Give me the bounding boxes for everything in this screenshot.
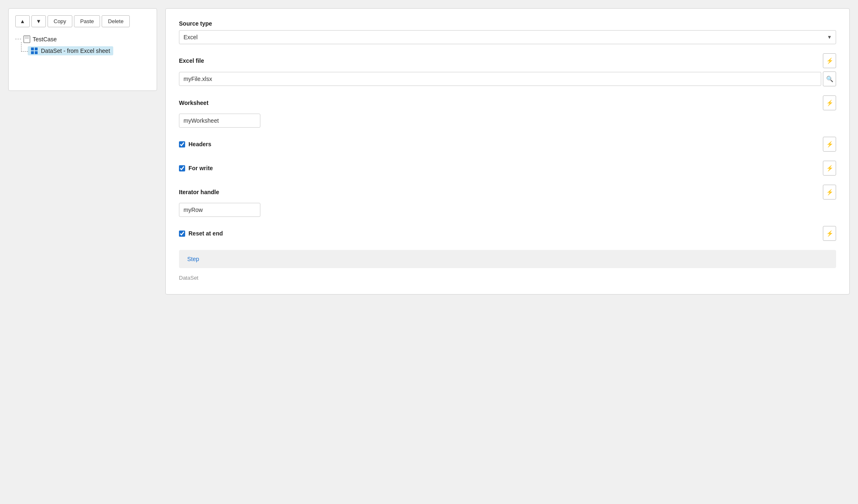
tree-root-label[interactable]: TestCase <box>33 36 57 43</box>
worksheet-group: Worksheet ⚡ <box>179 95 836 128</box>
for-write-bolt-button[interactable]: ⚡ <box>823 161 836 176</box>
for-write-text: For write <box>188 165 213 171</box>
toolbar: ▲ ▼ Copy Paste Delete <box>15 15 150 27</box>
source-type-label: Source type <box>179 20 836 27</box>
for-write-group: For write ⚡ <box>179 161 836 176</box>
iterator-handle-label: Iterator handle <box>179 189 219 195</box>
left-panel: ▲ ▼ Copy Paste Delete TestCase DataSet -… <box>8 8 157 91</box>
source-type-group: Source type Excel CSV Database JSON ▼ <box>179 20 836 44</box>
move-down-button[interactable]: ▼ <box>31 15 46 27</box>
tree-child-label: DataSet - from Excel sheet <box>41 48 110 54</box>
delete-button[interactable]: Delete <box>102 15 130 27</box>
worksheet-label: Worksheet <box>179 100 208 106</box>
copy-button[interactable]: Copy <box>48 15 72 27</box>
search-icon: 🔍 <box>826 76 833 82</box>
worksheet-bolt-button[interactable]: ⚡ <box>823 95 836 110</box>
excel-file-group: Excel file ⚡ 🔍 <box>179 53 836 86</box>
grid-icon <box>31 48 38 54</box>
tree-child-row[interactable]: DataSet - from Excel sheet <box>15 46 150 55</box>
source-type-select-wrapper: Excel CSV Database JSON ▼ <box>179 30 836 44</box>
excel-file-input[interactable] <box>179 72 821 86</box>
for-write-label[interactable]: For write <box>179 165 213 171</box>
iterator-handle-group: Iterator handle ⚡ <box>179 185 836 217</box>
for-write-checkbox[interactable] <box>179 165 185 171</box>
headers-row: Headers ⚡ <box>179 137 836 152</box>
iterator-handle-bolt-button[interactable]: ⚡ <box>823 185 836 200</box>
excel-file-bolt-button[interactable]: ⚡ <box>823 53 836 68</box>
excel-file-input-row: 🔍 <box>179 71 836 86</box>
worksheet-input[interactable] <box>179 114 260 128</box>
reset-at-end-group: Reset at end ⚡ <box>179 226 836 241</box>
excel-file-label: Excel file <box>179 57 204 64</box>
reset-at-end-text: Reset at end <box>188 230 223 237</box>
reset-at-end-bolt-button[interactable]: ⚡ <box>823 226 836 241</box>
headers-bolt-button[interactable]: ⚡ <box>823 137 836 152</box>
reset-at-end-label[interactable]: Reset at end <box>179 230 223 237</box>
step-section: Step <box>179 250 836 268</box>
headers-checkbox[interactable] <box>179 141 185 147</box>
reset-at-end-checkbox[interactable] <box>179 231 185 237</box>
tree: TestCase DataSet - from Excel sheet <box>15 34 150 55</box>
paste-button[interactable]: Paste <box>74 15 100 27</box>
headers-label[interactable]: Headers <box>179 141 211 147</box>
headers-text: Headers <box>188 141 211 147</box>
selected-node[interactable]: DataSet - from Excel sheet <box>28 46 113 55</box>
tree-root-row: TestCase <box>15 34 150 45</box>
iterator-handle-input[interactable] <box>179 203 260 217</box>
right-panel: Source type Excel CSV Database JSON ▼ Ex… <box>165 8 850 295</box>
reset-at-end-row: Reset at end ⚡ <box>179 226 836 241</box>
headers-group: Headers ⚡ <box>179 137 836 152</box>
for-write-row: For write ⚡ <box>179 161 836 176</box>
source-type-select[interactable]: Excel CSV Database JSON <box>179 30 836 44</box>
move-up-button[interactable]: ▲ <box>15 15 30 27</box>
dataset-label: DataSet <box>179 275 836 281</box>
excel-file-search-button[interactable]: 🔍 <box>823 71 836 86</box>
step-link[interactable]: Step <box>187 256 199 262</box>
